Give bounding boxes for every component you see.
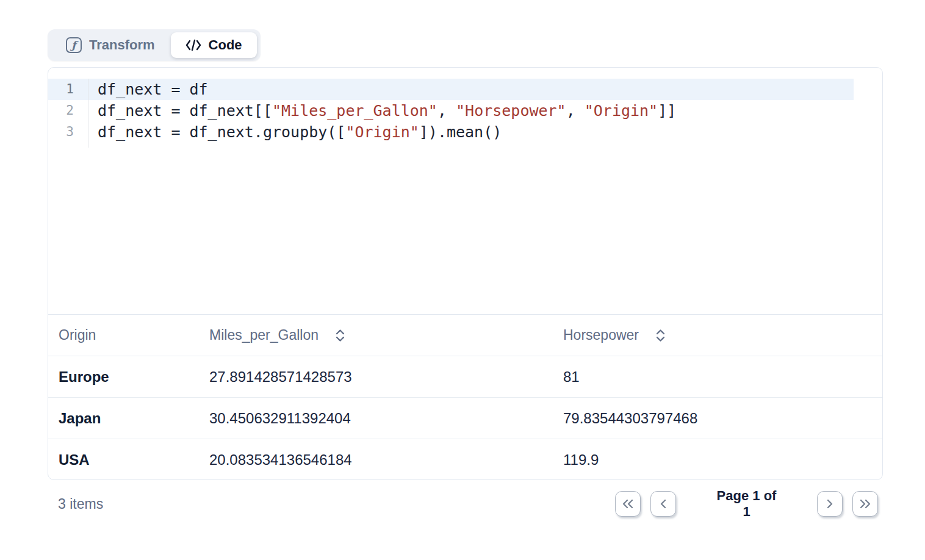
line-number: 1 <box>48 79 88 100</box>
function-icon: ƒ <box>66 37 82 53</box>
page-indicator: Page 1 of 1 <box>711 488 782 520</box>
view-mode-tabbar: ƒ Transform Code <box>48 29 261 61</box>
code-line-text: df_next = df_next[["Miles_per_Gallon", "… <box>88 100 676 121</box>
sort-icon[interactable] <box>334 329 346 342</box>
row-mpg-value: 30.450632911392404 <box>209 410 351 427</box>
code-editor[interactable]: 1 df_next = df 2 df_next = df_next[["Mil… <box>48 68 882 315</box>
row-horsepower-value: 119.9 <box>563 451 599 468</box>
result-table: Origin Miles_per_Gallon Horsepower <box>48 315 882 481</box>
code-line-3[interactable]: 3 df_next = df_next.groupby(["Origin"]).… <box>48 121 854 143</box>
column-header-miles-per-gallon[interactable]: Miles_per_Gallon <box>209 327 319 343</box>
previous-page-button[interactable] <box>650 491 676 517</box>
pagination-controls: Page 1 of 1 <box>615 488 878 520</box>
code-and-result-card: 1 df_next = df 2 df_next = df_next[["Mil… <box>48 67 883 480</box>
tab-transform-label: Transform <box>89 37 155 53</box>
row-horsepower-value: 79.83544303797468 <box>563 410 697 427</box>
code-line-1[interactable]: 1 df_next = df <box>48 79 854 100</box>
table-row: USA 20.083534136546184 119.9 <box>48 439 882 481</box>
last-page-button[interactable] <box>852 491 878 517</box>
row-horsepower-value: 81 <box>563 368 580 386</box>
next-page-button[interactable] <box>817 491 843 517</box>
code-line-text: df_next = df_next.groupby(["Origin"]).me… <box>88 121 502 143</box>
row-origin-value: Japan <box>59 410 101 427</box>
tab-code[interactable]: Code <box>171 32 257 58</box>
code-line-text: df_next = df <box>88 79 208 100</box>
column-header-origin: Origin <box>59 327 96 343</box>
gutter-spacer <box>48 143 854 148</box>
row-mpg-value: 20.083534136546184 <box>209 451 352 468</box>
first-page-button[interactable] <box>615 491 641 517</box>
column-header-horsepower[interactable]: Horsepower <box>563 327 639 343</box>
row-origin-value: Europe <box>59 368 109 386</box>
row-mpg-value: 27.891428571428573 <box>209 368 352 386</box>
items-count: 3 items <box>48 496 103 512</box>
tab-transform[interactable]: ƒ Transform <box>51 32 170 58</box>
table-row: Japan 30.450632911392404 79.835443037974… <box>48 398 882 439</box>
code-brackets-icon <box>185 38 201 52</box>
table-header-row: Origin Miles_per_Gallon Horsepower <box>48 315 882 356</box>
table-row: Europe 27.891428571428573 81 <box>48 356 882 398</box>
table-footer: 3 items Page 1 of 1 <box>48 490 883 517</box>
sort-icon[interactable] <box>655 329 666 342</box>
line-number: 2 <box>48 100 88 121</box>
row-origin-value: USA <box>59 451 90 468</box>
code-line-2[interactable]: 2 df_next = df_next[["Miles_per_Gallon",… <box>48 100 854 121</box>
line-number: 3 <box>48 121 88 143</box>
tab-code-label: Code <box>209 37 242 53</box>
code-lines: 1 df_next = df 2 df_next = df_next[["Mil… <box>48 79 882 148</box>
